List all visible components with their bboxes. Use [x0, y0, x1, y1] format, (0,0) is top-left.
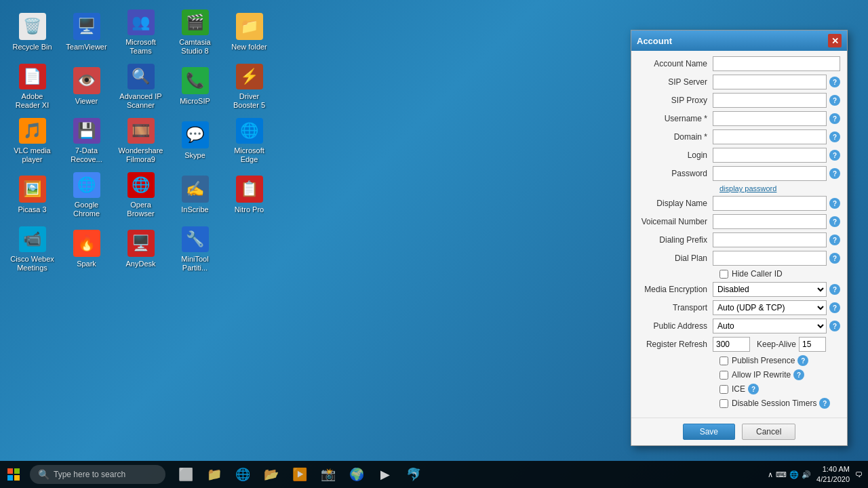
ms-teams-icon: 👥 [127, 9, 155, 35]
public-address-select[interactable]: Auto STUN Manual [713, 319, 827, 333]
voicemail-help-icon[interactable]: ? [829, 216, 840, 227]
taskbar-app1-button[interactable]: 📸 [315, 461, 342, 488]
chrome-taskbar-button[interactable]: 🌍 [343, 461, 370, 488]
start-button[interactable] [0, 461, 27, 488]
domain-help-icon[interactable]: ? [829, 131, 840, 142]
desktop-icon-new-folder[interactable]: 📁 New folder [224, 7, 275, 58]
file-explorer-button[interactable]: 📁 [201, 461, 228, 488]
register-refresh-row: Register Refresh Keep-Alive [638, 337, 840, 352]
inscribe-icon: ✍️ [182, 176, 209, 203]
sip-proxy-help-icon[interactable]: ? [829, 95, 840, 106]
desktop-icon-camtasia[interactable]: 🎬 Camtasia Studio 8 [170, 7, 220, 58]
voicemail-number-input[interactable] [713, 214, 827, 229]
taskbar-more-button[interactable]: ▶ [372, 461, 399, 488]
desktop-icon-nitro[interactable]: 📋 Nitro Pro [224, 169, 275, 220]
sip-server-input[interactable] [713, 75, 827, 89]
media-player-button[interactable]: ▶️ [286, 461, 313, 488]
account-name-label: Account Name [638, 59, 713, 68]
keyboard-icon: ⌨ [776, 470, 787, 479]
keep-alive-input[interactable] [799, 337, 826, 352]
desktop-icon-microsip[interactable]: 📞 MicroSIP [170, 61, 220, 112]
desktop-icon-anydesk[interactable]: 🖥️ AnyDesk [115, 224, 166, 274]
publish-presence-help-icon[interactable]: ? [797, 355, 808, 366]
taskbar-folder-button[interactable]: 📂 [258, 461, 285, 488]
media-encryption-select[interactable]: Disabled SRTP ZRTP [713, 282, 827, 297]
display-name-help-icon[interactable]: ? [829, 198, 840, 209]
password-help-icon[interactable]: ? [829, 168, 840, 179]
taskbar-app2-button[interactable]: 🐬 [400, 461, 427, 488]
dialing-prefix-help-icon[interactable]: ? [829, 235, 840, 245]
account-name-input[interactable] [713, 56, 840, 71]
ice-help-icon[interactable]: ? [748, 384, 759, 394]
ice-checkbox[interactable] [719, 385, 728, 394]
desktop-icon-inscribe[interactable]: ✍️ InScribe [170, 169, 220, 220]
sip-proxy-input[interactable] [713, 93, 827, 108]
publish-presence-checkbox[interactable] [719, 357, 728, 365]
allow-ip-rewrite-checkbox[interactable] [719, 371, 728, 380]
save-button[interactable]: Save [683, 424, 735, 440]
dialog-close-button[interactable]: ✕ [828, 34, 842, 47]
disable-session-timers-checkbox[interactable] [719, 399, 728, 408]
chevron-up-icon[interactable]: ∧ [768, 470, 773, 479]
notification-center-icon[interactable]: 🗨 [855, 470, 863, 479]
desktop-icon-wondershare[interactable]: 🎞️ Wondershare Filmora9 [115, 115, 166, 166]
volume-icon[interactable]: 🔊 [802, 470, 811, 479]
allow-ip-rewrite-help-icon[interactable]: ? [793, 369, 804, 380]
desktop-icon-minitool[interactable]: 🔧 MiniTool Partiti... [170, 224, 220, 274]
media-encryption-help-icon[interactable]: ? [829, 284, 840, 295]
register-refresh-input[interactable] [713, 337, 750, 352]
dial-plan-input[interactable] [713, 251, 827, 266]
desktop-icon-spark[interactable]: 🔥 Spark [61, 224, 112, 274]
recycle-bin-icon: 🗑️ [19, 13, 46, 40]
display-name-input[interactable] [713, 196, 827, 211]
taskbar-right: ∧ ⌨ 🌐 🔊 1:40 AM 4/21/2020 🗨 [768, 464, 868, 485]
dialing-prefix-input[interactable] [713, 232, 827, 247]
desktop-icon-opera[interactable]: 🌐 Opera Browser [115, 169, 166, 220]
desktop-icon-viewer[interactable]: 👁️ Viewer [61, 61, 112, 112]
username-input[interactable] [713, 111, 827, 126]
task-view-button[interactable]: ⬜ [172, 461, 199, 488]
display-password-link[interactable]: display password [719, 184, 840, 192]
cancel-button[interactable]: Cancel [742, 424, 795, 440]
public-address-help-icon[interactable]: ? [829, 321, 840, 331]
password-input[interactable] [713, 166, 827, 181]
login-input[interactable] [713, 148, 827, 163]
taskbar-search[interactable]: 🔍 Type here to search [30, 465, 165, 484]
desktop-icon-adobe-reader[interactable]: 📄 Adobe Reader XI [7, 61, 58, 112]
desktop-icon-recycle-bin[interactable]: 🗑️ Recycle Bin [7, 7, 58, 58]
hide-caller-id-checkbox[interactable] [719, 270, 728, 279]
transport-label: Transport [638, 303, 713, 312]
dial-plan-help-icon[interactable]: ? [829, 253, 840, 264]
desktop-icon-7data[interactable]: 💾 7-Data Recove... [61, 115, 112, 166]
login-help-icon[interactable]: ? [829, 150, 840, 161]
desktop-icon-ms-edge[interactable]: 🌐 Microsoft Edge [224, 115, 275, 166]
adobe-reader-label: Adobe Reader XI [9, 92, 55, 109]
desktop-icon-teamviewer[interactable]: 🖥️ TeamViewer [61, 7, 112, 58]
disable-session-timers-help-icon[interactable]: ? [819, 398, 830, 409]
desktop-icon-advanced-ip[interactable]: 🔍 Advanced IP Scanner [115, 61, 166, 112]
network-icon[interactable]: 🌐 [789, 470, 799, 479]
taskbar: 🔍 Type here to search ⬜ 📁 🌐 📂 ▶️ 📸 🌍 ▶ 🐬… [0, 461, 868, 488]
sip-server-help-icon[interactable]: ? [829, 77, 840, 87]
ie-button[interactable]: 🌐 [229, 461, 256, 488]
desktop-icon-chrome[interactable]: 🌐 Google Chrome [61, 169, 112, 220]
transport-select[interactable]: Auto (UDP & TCP) UDP TCP TLS [713, 300, 827, 315]
svg-rect-1 [14, 468, 20, 474]
username-help-icon[interactable]: ? [829, 113, 840, 124]
desktop-icon-skype[interactable]: 💬 Skype [170, 115, 220, 166]
desktop-icon-vlc[interactable]: 🎵 VLC media player [7, 115, 58, 166]
desktop-icon-driver-booster[interactable]: ⚡ Driver Booster 5 [224, 61, 275, 112]
dialing-prefix-row: Dialing Prefix ? [638, 232, 840, 247]
taskbar-clock[interactable]: 1:40 AM 4/21/2020 [816, 464, 850, 485]
inscribe-label: InScribe [181, 205, 208, 214]
desktop-icon-ms-teams[interactable]: 👥 Microsoft Teams [115, 7, 166, 58]
transport-row: Transport Auto (UDP & TCP) UDP TCP TLS ? [638, 300, 840, 315]
teamviewer-icon: 🖥️ [73, 13, 100, 40]
opera-icon: 🌐 [127, 172, 155, 198]
transport-help-icon[interactable]: ? [829, 302, 840, 313]
desktop-icon-picasa[interactable]: 🖼️ Picasa 3 [7, 169, 58, 220]
desktop-icon-webex[interactable]: 📹 Cisco Webex Meetings [7, 224, 58, 274]
allow-ip-rewrite-label: Allow IP Rewrite [732, 370, 791, 380]
domain-input[interactable] [713, 129, 827, 144]
ms-edge-icon: 🌐 [236, 118, 263, 144]
